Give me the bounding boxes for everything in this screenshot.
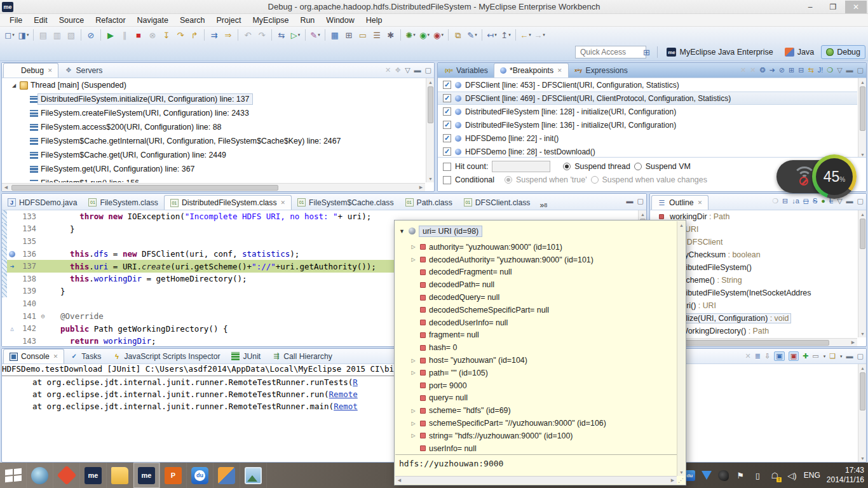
editor-tab-path-class[interactable]: 01Path.class bbox=[400, 195, 458, 210]
perspective-java[interactable]: Java bbox=[780, 45, 818, 59]
taskbar-network-icon[interactable] bbox=[27, 463, 53, 488]
back-button[interactable]: ▾ bbox=[519, 28, 532, 42]
dropdown-caret-icon[interactable]: ▾ bbox=[543, 32, 545, 37]
sync-button[interactable] bbox=[275, 28, 288, 42]
java-exception-icon[interactable] bbox=[818, 67, 824, 74]
step-filters-button[interactable] bbox=[207, 28, 221, 42]
display-console-icon[interactable] bbox=[812, 353, 818, 360]
dropdown-caret-icon[interactable]: ▾ bbox=[27, 32, 29, 37]
inspect-field-row[interactable]: ▷decodedAuthority= "yuzhouwan:9000" (id=… bbox=[410, 254, 677, 266]
new-button[interactable]: ▾ bbox=[3, 28, 17, 42]
minimize-icon[interactable] bbox=[846, 198, 853, 205]
grid-button[interactable] bbox=[328, 28, 342, 42]
memory-gauge-widget[interactable]: 45 % bbox=[812, 154, 857, 199]
scroll-lock-icon[interactable] bbox=[764, 353, 770, 360]
pin-console-icon[interactable] bbox=[803, 353, 808, 360]
breakpoint-marker-icon[interactable] bbox=[9, 251, 15, 257]
gutter-marker[interactable] bbox=[7, 251, 17, 257]
maximize-icon[interactable] bbox=[425, 67, 431, 74]
taskbar-git-icon[interactable] bbox=[53, 463, 80, 488]
inspect-field-row[interactable]: fragment= null bbox=[410, 329, 677, 342]
console-tab-console[interactable]: Console✕ bbox=[3, 349, 64, 363]
collapse-all-icon[interactable] bbox=[782, 198, 788, 205]
quick-access-input[interactable]: Quick Access bbox=[575, 46, 646, 58]
stack-trace-link[interactable]: R bbox=[353, 377, 358, 387]
tray-network-warning-icon[interactable]: ☖ bbox=[770, 470, 780, 481]
dropdown-caret-icon[interactable]: ▾ bbox=[413, 32, 416, 37]
dropdown-caret-icon[interactable]: ▾ bbox=[318, 32, 320, 37]
run-server-button[interactable]: ▾ bbox=[288, 28, 302, 42]
new-wizard-button[interactable]: ▾ bbox=[17, 28, 31, 42]
inspect-field-row[interactable]: ▷scheme= "hdfs" (id=69) bbox=[410, 404, 677, 417]
suspend-thread-radio[interactable] bbox=[563, 163, 571, 170]
tray-shield-icon[interactable] bbox=[702, 471, 712, 480]
debug-button[interactable]: ▾ bbox=[403, 28, 417, 42]
taskbar-powerdesigner-icon[interactable]: P bbox=[160, 463, 187, 488]
editor-tab-filesystem-class[interactable]: 01FileSystem.class bbox=[83, 195, 163, 210]
debug-vertical-scrollbar[interactable]: ▲▼ bbox=[426, 78, 434, 182]
show-stderr-icon[interactable] bbox=[789, 351, 799, 361]
remove-all-breakpoints-icon[interactable] bbox=[750, 67, 756, 74]
inspect-field-row[interactable]: ▷host= "yuzhouwan" (id=104) bbox=[410, 354, 677, 367]
hide-fields-icon[interactable] bbox=[803, 198, 809, 205]
inspect-field-row[interactable]: decodedFragment= null bbox=[410, 266, 677, 279]
close-tab-icon[interactable]: ✕ bbox=[557, 67, 562, 74]
open-dir-button[interactable] bbox=[356, 28, 370, 42]
expanded-arrow-icon[interactable]: ◢ bbox=[11, 83, 17, 88]
resume-button[interactable] bbox=[104, 28, 118, 42]
hide-static-icon[interactable] bbox=[813, 198, 817, 205]
inspect-field-row[interactable]: decodedUserInfo= null bbox=[410, 316, 677, 329]
breakpoint-checkbox[interactable]: ✓ bbox=[443, 81, 451, 89]
inspect-field-row[interactable]: ▷string= "hdfs://yuzhouwan:9000" (id=100… bbox=[410, 430, 677, 442]
debug-tab-servers[interactable]: Servers bbox=[58, 63, 108, 78]
dropdown-caret-icon[interactable]: ▾ bbox=[508, 32, 511, 37]
focus-icon[interactable] bbox=[772, 198, 778, 205]
maximize-editor-icon[interactable] bbox=[637, 198, 644, 205]
breakpoints-tab-expressions[interactable]: Expressions bbox=[569, 63, 634, 78]
editor-overflow-chevron[interactable]: »8 bbox=[539, 201, 547, 210]
dropdown-caret-icon[interactable]: ▾ bbox=[494, 32, 497, 37]
menu-search[interactable]: Search bbox=[174, 15, 211, 26]
inspect-field-row[interactable]: userInfo= null bbox=[410, 442, 677, 455]
inspect-field-row[interactable]: query= null bbox=[410, 392, 677, 405]
minimize-icon[interactable] bbox=[846, 67, 853, 74]
sort-icon[interactable] bbox=[792, 198, 799, 205]
expand-arrow-icon[interactable]: ▷ bbox=[410, 244, 417, 250]
tray-battery-icon[interactable]: ▯ bbox=[752, 470, 763, 481]
step-into-button[interactable] bbox=[159, 28, 173, 42]
inspect-field-row[interactable]: ▷schemeSpecificPart= "//yuzhouwan:9000" … bbox=[410, 417, 677, 430]
console-vertical-scrollbar[interactable]: ▲▼ bbox=[858, 364, 866, 462]
close-tab-icon[interactable]: ✕ bbox=[53, 353, 58, 360]
breakpoint-checkbox[interactable]: ✓ bbox=[443, 94, 451, 102]
taskbar-explorer-icon[interactable] bbox=[107, 463, 133, 488]
outline-tab-outline[interactable]: Outline✕ bbox=[651, 195, 709, 210]
console-tab-junit[interactable]: JUnit bbox=[226, 349, 266, 363]
taskbar-myeclipse-active-icon[interactable]: me bbox=[133, 463, 160, 488]
stack-frame-row[interactable]: FileSystem$1.run() line: 156 bbox=[2, 176, 425, 182]
debug-horizontal-scrollbar[interactable]: ◀▶ bbox=[2, 183, 425, 191]
gutter-marker[interactable]: △ bbox=[7, 325, 17, 332]
popup-horizontal-scrollbar[interactable]: ◀▶ bbox=[395, 476, 677, 484]
close-tab-icon[interactable]: ✕ bbox=[281, 200, 286, 206]
dropdown-caret-icon[interactable]: ▾ bbox=[824, 354, 826, 359]
editor-tab-dfsclient-class[interactable]: 01DFSClient.class bbox=[458, 195, 536, 210]
maximize-icon[interactable] bbox=[857, 67, 864, 74]
close-window-button[interactable]: ✕ bbox=[845, 1, 867, 13]
expand-arrow-icon[interactable]: ▷ bbox=[410, 370, 417, 376]
open-console-icon[interactable] bbox=[829, 353, 836, 360]
step-over-button[interactable] bbox=[173, 28, 187, 42]
remove-breakpoint-icon[interactable] bbox=[740, 67, 746, 74]
inspect-field-row[interactable]: ▷authority= "yuzhouwan:9000" (id=101) bbox=[410, 241, 677, 254]
show-execution-button[interactable] bbox=[221, 28, 235, 42]
editor-tab-hdfsdemo-java[interactable]: JHDFSDemo.java bbox=[2, 195, 83, 210]
inspect-field-row[interactable]: decodedSchemeSpecificPart= null bbox=[410, 304, 677, 316]
expand-arrow-icon[interactable]: ▷ bbox=[410, 421, 417, 426]
menu-navigate[interactable]: Navigate bbox=[132, 15, 174, 26]
taskbar-baidu-music-icon[interactable]: du bbox=[187, 463, 214, 488]
expand-arrow-icon[interactable]: ▷ bbox=[410, 257, 417, 262]
dropdown-caret-icon[interactable]: ▾ bbox=[840, 354, 843, 359]
conditional-checkbox[interactable] bbox=[443, 176, 451, 184]
collapse-all-icon[interactable] bbox=[798, 67, 804, 74]
show-supported-icon[interactable] bbox=[759, 67, 765, 74]
terminate-button[interactable] bbox=[132, 28, 146, 42]
